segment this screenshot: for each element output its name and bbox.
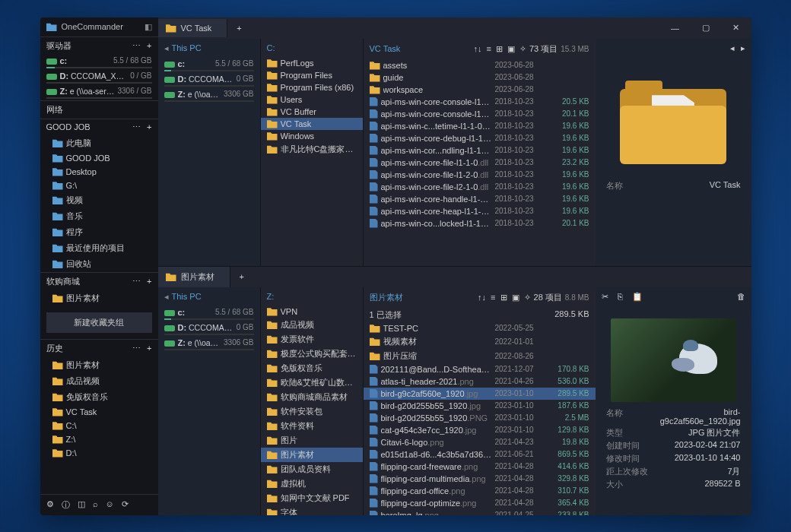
copy-icon[interactable]: ⎘ <box>618 292 623 302</box>
prev-icon[interactable]: ◂ <box>730 43 735 53</box>
file-row[interactable]: guide 2023-06-28 <box>364 71 596 84</box>
file-row[interactable]: 视频素材 2022-01-01 <box>364 334 596 349</box>
file-row[interactable]: flipping-card-multimedia.png 2021-04-28 … <box>364 473 596 485</box>
sidebar-item[interactable]: Desktop <box>40 165 158 179</box>
file-row[interactable]: Citavi-6-logo.png 2021-04-23 19.8 KB <box>364 436 596 448</box>
newfolder-icon[interactable]: ▣ <box>512 293 519 302</box>
sidebar-item[interactable]: 程序 <box>40 224 158 240</box>
new-tab-button[interactable]: + <box>230 268 253 286</box>
back-icon[interactable]: ◂ <box>164 292 169 302</box>
folder-item[interactable]: 图片素材 <box>261 448 363 462</box>
folder-item[interactable]: 软件安装包 <box>261 404 363 419</box>
folder-item[interactable]: 软件资料 <box>261 419 363 433</box>
file-row[interactable]: api-ms-win-core-handle-l1-1-0.dll 2018-1… <box>364 193 596 205</box>
plus-icon[interactable]: + <box>147 277 151 287</box>
sidebar-item[interactable]: 此电脑 <box>40 135 158 151</box>
file-row[interactable]: flipping-card-optimize.png 2021-04-28 36… <box>364 497 596 509</box>
folder-item[interactable]: 团队成员资料 <box>261 462 363 477</box>
folder-item[interactable]: 欧陆&艾维矿山数据备份 <box>261 375 363 390</box>
pane-drive[interactable]: D: CCCOMA_X64F...0 GB <box>158 321 260 337</box>
file-row[interactable]: api-ms-win-cor...ndling-l1-1-0.dll 2018-… <box>364 144 596 157</box>
file-row[interactable]: TEST-PC 2022-05-25 <box>364 322 596 334</box>
maximize-button[interactable]: ▢ <box>691 17 721 39</box>
folder-item[interactable]: VPN <box>261 306 363 318</box>
delete-icon[interactable]: 🗑 <box>737 292 745 302</box>
pane-drive[interactable]: c: 5.5 / 68 GB <box>158 306 260 321</box>
file-row[interactable]: api-ms-win-core-heap-l1-1-0.dll 2018-10-… <box>364 205 596 217</box>
sidebar-item[interactable]: D:\ <box>40 446 158 460</box>
pane-drive[interactable]: D: CCCOMA_X64F...0 GB <box>158 73 260 88</box>
more-icon[interactable]: ⋯ <box>132 277 141 287</box>
folder-item[interactable]: PerfLogs <box>261 57 363 69</box>
refresh-icon[interactable]: ⟳ <box>122 499 129 511</box>
file-row[interactable]: api-ms-win-c...tetime-l1-1-0.dll 2018-10… <box>364 120 596 132</box>
list-icon[interactable]: ≡ <box>487 44 491 54</box>
sidebar-drive[interactable]: Z: e (\\oa-server)3306 / GB <box>40 85 158 100</box>
pin-icon[interactable]: ✧ <box>519 44 526 54</box>
file-row[interactable]: api-ms-win-core-console-l1-2-0.dll 2018-… <box>364 108 596 120</box>
cut-icon[interactable]: ✂ <box>602 292 608 302</box>
file-row[interactable]: cat-g454c3e7cc_1920.jpg 2023-01-10 129.8… <box>364 424 596 436</box>
file-row[interactable]: atlas-ti_header-2021.png 2021-04-26 536.… <box>364 375 596 388</box>
file-row[interactable]: api-ms-win-core-file-l2-1-0.dll 2018-10-… <box>364 181 596 193</box>
panel-toggle-icon[interactable]: ◧ <box>145 22 152 32</box>
minimize-button[interactable]: — <box>660 17 691 39</box>
folder-item[interactable]: 非凡比特C盘搬家目录 <box>261 142 363 157</box>
folder-item[interactable]: VC Buffer <box>261 106 363 118</box>
file-row[interactable]: api-ms-win-core-console-l1-1-0.dll 2018-… <box>364 96 596 108</box>
folder-item[interactable]: 发票软件 <box>261 332 363 347</box>
sidebar-drive[interactable]: c: 5.5 / 68 GB <box>40 55 158 70</box>
file-row[interactable]: bird-g20d255b55_1920.jpg 2023-01-10 187.… <box>364 400 596 412</box>
next-icon[interactable]: ▸ <box>741 43 745 53</box>
sidebar-item[interactable]: VC Task <box>40 405 158 419</box>
more-icon[interactable]: ⋯ <box>132 344 141 353</box>
sidebar-item[interactable]: 成品视频 <box>40 373 158 389</box>
folder-item[interactable]: 软购商城商品素材 <box>261 390 363 404</box>
folder-item[interactable]: 字体 <box>261 505 363 515</box>
plus-icon[interactable]: + <box>147 41 151 51</box>
pane-drive[interactable]: c: 5.5 / 68 GB <box>158 58 260 73</box>
pane-drive[interactable]: Z: e (\\oa-serv...3306 GB <box>158 337 260 352</box>
folder-item[interactable]: Program Files (x86) <box>261 81 363 93</box>
sidebar-item[interactable]: 最近使用的项目 <box>40 240 158 256</box>
sidebar-item[interactable]: C:\ <box>40 419 158 432</box>
close-button[interactable]: ✕ <box>721 17 751 39</box>
plus-icon[interactable]: + <box>147 122 151 132</box>
paste-icon[interactable]: 📋 <box>632 292 643 302</box>
folder-item[interactable]: 知网中文文献 PDF <box>261 491 363 505</box>
file-row[interactable]: api-ms-win-core-file-l1-2-0.dll 2018-10-… <box>364 169 596 181</box>
folder-item[interactable]: 成品视频 <box>261 318 363 332</box>
user-icon[interactable]: ☺ <box>106 499 114 511</box>
info-icon[interactable]: ⓘ <box>62 499 70 511</box>
file-row[interactable]: api-ms-win-core-file-l1-1-0.dll 2018-10-… <box>364 157 596 169</box>
sidebar-item[interactable]: GOOD JOB <box>40 151 158 165</box>
bottom-tab[interactable]: 图片素材 <box>158 267 230 287</box>
newfile-icon[interactable]: ⊞ <box>496 44 503 54</box>
sort-icon[interactable]: ↑↓ <box>474 44 482 54</box>
file-row[interactable]: flipping-card-office.png 2021-04-28 310.… <box>364 485 596 497</box>
sidebar-item[interactable]: 图片素材 <box>40 290 158 306</box>
list-icon[interactable]: ≡ <box>491 293 495 302</box>
file-row[interactable]: workspace 2023-06-28 <box>364 84 596 96</box>
folder-item[interactable]: 虚拟机 <box>261 477 363 491</box>
folder-item[interactable]: 免版权音乐 <box>261 361 363 375</box>
file-row[interactable]: 图片压缩 2022-08-26 <box>364 349 596 363</box>
folder-item[interactable]: Program Files <box>261 69 363 81</box>
more-icon[interactable]: ⋯ <box>132 41 141 51</box>
file-row[interactable]: bird-g20d255b55_1920.PNG 2023-01-10 2.5 … <box>364 412 596 424</box>
more-icon[interactable]: ⋯ <box>132 122 141 132</box>
file-row[interactable]: heroImg_lg.png 2021-04-25 233.8 KB <box>364 509 596 515</box>
sidebar-item[interactable]: 图片素材 <box>40 357 158 373</box>
sidebar-item[interactable]: 回收站 <box>40 256 158 272</box>
folder-item[interactable]: 图片 <box>261 433 363 448</box>
sidebar-drive[interactable]: D: CCCOMA_X64FR...0 / GB <box>40 70 158 85</box>
layout-icon[interactable]: ◫ <box>78 499 85 511</box>
newfile-icon[interactable]: ⊞ <box>500 293 507 302</box>
file-row[interactable]: assets 2023-06-28 <box>364 59 596 71</box>
new-tab-button[interactable]: + <box>227 19 250 37</box>
folder-item[interactable]: Windows <box>261 130 363 142</box>
newfolder-icon[interactable]: ▣ <box>507 44 515 54</box>
folder-item[interactable]: VC Task <box>261 118 363 130</box>
sort-icon[interactable]: ↑↓ <box>478 293 486 302</box>
new-favorite-group-button[interactable]: 新建收藏夹组 <box>46 312 152 333</box>
